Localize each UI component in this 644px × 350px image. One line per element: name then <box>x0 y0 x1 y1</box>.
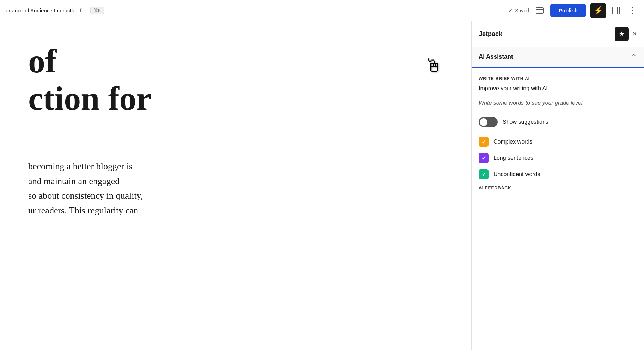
unconfident-words-row[interactable]: ✓ Unconfident words <box>479 169 637 179</box>
topbar-left: ortance of Audience Interaction f... ⌘K <box>6 7 104 14</box>
svg-rect-2 <box>613 7 620 14</box>
show-suggestions-toggle[interactable] <box>479 117 498 127</box>
star-icon: ★ <box>619 30 625 38</box>
ai-content: WRITE BRIEF WITH AI Improve your writing… <box>472 68 644 350</box>
toggle-knob <box>480 118 487 126</box>
preview-button[interactable] <box>533 4 546 17</box>
keyboard-shortcut[interactable]: ⌘K <box>90 7 104 14</box>
show-suggestions-label: Show suggestions <box>503 119 548 125</box>
editor-text-line1: of <box>28 42 443 80</box>
unconfident-words-checkbox[interactable]: ✓ <box>479 169 489 179</box>
sidebar-icon <box>612 7 620 14</box>
saved-status: ✓ Saved <box>508 7 529 14</box>
grade-level-text: Write some words to see your grade level… <box>479 99 637 107</box>
preview-icon <box>535 6 544 15</box>
write-brief-label: WRITE BRIEF WITH AI <box>479 76 637 81</box>
long-sentences-checkbox[interactable]: ✓ <box>479 153 489 163</box>
long-sentences-label: Long sentences <box>493 155 533 161</box>
long-sentences-row[interactable]: ✓ Long sentences <box>479 153 637 163</box>
saved-label: Saved <box>515 8 529 13</box>
editor-area[interactable]: of ction for becoming a better blogger i… <box>0 21 471 350</box>
sidebar-toggle-button[interactable] <box>610 5 622 17</box>
check-icon: ✓ <box>482 171 486 178</box>
editor-text-line2: ction for <box>28 80 443 117</box>
editor-body-text: becoming a better blogger is and maintai… <box>28 159 240 218</box>
sidebar-title: Jetpack <box>479 30 502 38</box>
editor-large-text: of ction for <box>28 42 443 117</box>
svg-rect-0 <box>536 8 543 13</box>
more-options-button[interactable]: ⋮ <box>626 4 638 17</box>
improve-writing-text: Improve your writing with AI. <box>479 85 637 92</box>
unconfident-words-label: Unconfident words <box>493 171 540 177</box>
jetpack-button[interactable]: ⚡ <box>590 3 606 18</box>
star-button[interactable]: ★ <box>615 27 629 41</box>
saved-check-icon: ✓ <box>508 7 513 14</box>
complex-words-checkbox[interactable]: ✓ <box>479 137 489 147</box>
sidebar-header: Jetpack ★ × <box>472 21 644 47</box>
ai-assistant-section-header[interactable]: AI Assistant ⌃ <box>472 47 644 68</box>
sidebar-header-icons: ★ × <box>615 27 637 41</box>
jetpack-icon: ⚡ <box>594 6 603 15</box>
toggle-row: Show suggestions <box>479 117 637 127</box>
topbar: ortance of Audience Interaction f... ⌘K … <box>0 0 644 21</box>
publish-button[interactable]: Publish <box>550 4 586 17</box>
ai-assistant-title: AI Assistant <box>479 53 513 60</box>
close-sidebar-button[interactable]: × <box>632 29 637 38</box>
complex-words-label: Complex words <box>493 139 532 145</box>
sidebar: Jetpack ★ × AI Assistant ⌃ WRITE BRIEF W… <box>471 21 644 350</box>
ai-feedback-label: AI FEEDBACK <box>479 186 637 191</box>
more-icon: ⋮ <box>628 6 636 15</box>
main-layout: of ction for becoming a better blogger i… <box>0 21 644 350</box>
check-icon: ✓ <box>482 155 486 162</box>
doc-title: ortance of Audience Interaction f... <box>6 7 86 13</box>
editor-content: of ction for becoming a better blogger i… <box>28 42 443 218</box>
topbar-right: ✓ Saved Publish ⚡ ⋮ <box>508 3 638 18</box>
chevron-up-icon: ⌃ <box>631 53 637 61</box>
check-icon: ✓ <box>482 139 486 145</box>
complex-words-row[interactable]: ✓ Complex words <box>479 137 637 147</box>
